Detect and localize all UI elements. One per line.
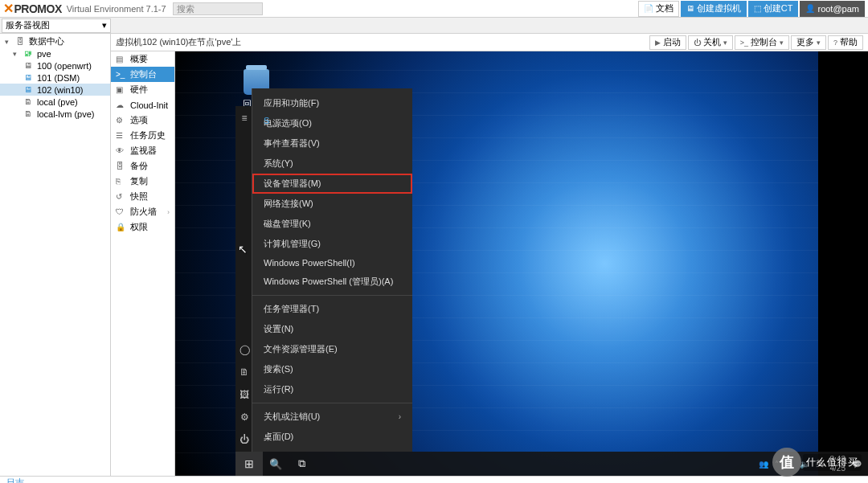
search-input[interactable]: 搜索 <box>173 2 263 15</box>
collapse-icon: ▾ <box>13 50 21 58</box>
content-header: 虚拟机102 (win10)在节点'pve'上 ▶启动 ⏻关机▾ >_控制台▾ … <box>111 34 868 51</box>
play-icon: ▶ <box>655 39 661 47</box>
ctx-powershell[interactable]: Windows PowerShell(I) <box>252 254 412 272</box>
sm-hardware[interactable]: ▣硬件 <box>111 82 174 97</box>
watermark-text: 什么值得买 <box>803 454 862 471</box>
help-icon: ? <box>833 39 837 47</box>
history-icon: ↺ <box>116 192 125 201</box>
ctx-desktop[interactable]: 桌面(D) <box>252 427 412 447</box>
ctx-explorer[interactable]: 文件资源管理器(E) <box>252 339 412 359</box>
server-icon: 🗄 <box>16 37 26 46</box>
user-icon[interactable]: ◯ <box>240 344 250 355</box>
watermark-badge: 值 <box>772 448 801 477</box>
ctx-device-manager[interactable]: 设备管理器(M) <box>252 174 412 194</box>
chevron-down-icon: ▾ <box>723 39 727 47</box>
tree-node-pve[interactable]: ▾🖳pve <box>0 47 110 59</box>
sm-summary[interactable]: ▤概要 <box>111 51 174 67</box>
documents-icon[interactable]: 🗎 <box>240 366 249 378</box>
ctx-disk[interactable]: 磁盘管理(K) <box>252 214 412 234</box>
sm-options[interactable]: ⚙选项 <box>111 113 174 128</box>
chevron-right-icon: › <box>399 412 401 421</box>
docs-button[interactable]: 📄文档 <box>638 1 679 17</box>
shutdown-button[interactable]: ⏻关机▾ <box>688 35 733 50</box>
sm-monitor[interactable]: 👁监视器 <box>111 143 174 158</box>
cloud-icon: ☁ <box>116 100 125 109</box>
create-vm-button[interactable]: 🖥创建虚拟机 <box>681 1 747 17</box>
tree-datacenter[interactable]: ▾🗄数据中心 <box>0 35 110 47</box>
tree-vm-102[interactable]: 🖥102 (win10) <box>0 84 110 96</box>
resource-tree: ▾🗄数据中心 ▾🖳pve 🖥100 (openwrt) 🖥101 (DSM) 🖥… <box>0 34 111 476</box>
ctx-apps[interactable]: 应用和功能(F) <box>252 93 412 113</box>
start-menu-letter: S <box>264 116 269 125</box>
start-button[interactable]: ▶启动 <box>649 35 686 50</box>
copy-icon: ⎘ <box>116 177 125 186</box>
vm-title: 虚拟机102 (win10)在节点'pve'上 <box>116 36 241 48</box>
settings-icon[interactable]: ⚙ <box>240 411 249 423</box>
list-icon: ☰ <box>116 131 125 140</box>
node-icon: 🖳 <box>24 49 34 58</box>
ctx-power[interactable]: 电源选项(O) <box>252 113 412 133</box>
view-row: 服务器视图▾ <box>0 18 868 34</box>
ve-version-label: Virtual Environment 7.1-7 <box>67 4 166 14</box>
menu-icon[interactable]: ≡ <box>241 113 247 124</box>
taskbar-taskview-icon[interactable]: ⧉ <box>289 452 314 476</box>
ctx-taskmgr[interactable]: 任务管理器(T) <box>252 299 412 319</box>
vm-submenu: ▤概要 >_控制台 ▣硬件 ☁Cloud-Init ⚙选项 ☰任务历史 👁监视器… <box>111 51 175 476</box>
chevron-right-icon: › <box>167 208 170 216</box>
terminal-icon: >_ <box>116 70 125 79</box>
sm-firewall[interactable]: 🛡防火墙› <box>111 204 174 219</box>
shield-icon: 🛡 <box>116 207 125 216</box>
more-button[interactable]: 更多▾ <box>791 35 826 50</box>
tree-vm-101[interactable]: 🖥101 (DSM) <box>0 72 110 84</box>
tray-people-icon[interactable]: 👥 <box>759 460 768 469</box>
tree-vm-100[interactable]: 🖥100 (openwrt) <box>0 59 110 72</box>
console-button[interactable]: >_控制台▾ <box>735 35 789 50</box>
pictures-icon[interactable]: 🖼 <box>240 389 249 400</box>
main-area: ▾🗄数据中心 ▾🖳pve 🖥100 (openwrt) 🖥101 (DSM) 🖥… <box>0 34 868 476</box>
terminal-icon: >_ <box>740 39 748 47</box>
taskbar-search-icon[interactable]: 🔍 <box>263 452 289 476</box>
create-ct-button[interactable]: ⬚创建CT <box>748 1 799 17</box>
sm-cloudinit[interactable]: ☁Cloud-Init <box>111 97 174 113</box>
start-button[interactable]: ⊞ <box>235 452 263 476</box>
summary-icon: ▤ <box>116 55 125 63</box>
lock-icon: 🔒 <box>116 223 125 231</box>
chevron-down-icon: ▾ <box>780 39 784 47</box>
sm-console[interactable]: >_控制台 <box>111 67 174 82</box>
chip-icon: ▣ <box>116 85 125 94</box>
sm-snapshot[interactable]: ↺快照 <box>111 189 174 204</box>
ctx-run[interactable]: 运行(R) <box>252 379 412 399</box>
ctx-network[interactable]: 网络连接(W) <box>252 194 412 214</box>
ctx-search[interactable]: 搜索(S) <box>252 359 412 379</box>
sm-taskhistory[interactable]: ☰任务历史 <box>111 128 174 143</box>
ctx-events[interactable]: 事件查看器(V) <box>252 133 412 153</box>
save-icon: 🗄 <box>116 162 125 170</box>
storage-icon: 🗎 <box>24 97 34 106</box>
ctx-compmgmt[interactable]: 计算机管理(G) <box>252 234 412 254</box>
sm-replication[interactable]: ⎘复制 <box>111 174 174 189</box>
vm-icon: 🖥 <box>24 61 34 70</box>
collapse-icon: ▾ <box>5 38 13 46</box>
top-header: ✕ PROMOX Virtual Environment 7.1-7 搜索 📄文… <box>0 0 868 18</box>
user-menu-button[interactable]: 👤root@pam <box>800 1 865 17</box>
cube-icon: ⬚ <box>754 4 761 13</box>
help-button[interactable]: ?帮助 <box>828 35 863 50</box>
logo-x-icon: ✕ <box>3 1 14 16</box>
sm-backup[interactable]: 🗄备份 <box>111 158 174 174</box>
ctx-powershell-admin[interactable]: Windows PowerShell (管理员)(A) <box>252 272 412 292</box>
sm-permissions[interactable]: 🔒权限 <box>111 219 174 235</box>
chevron-down-icon: ▾ <box>102 20 107 31</box>
tree-storage-localvm[interactable]: 🗎local-lvm (pve) <box>0 108 110 120</box>
vm-console[interactable]: 回收站 S ≡ ◯ 🗎 🖼 ⚙ ⏻ <box>175 51 868 476</box>
ctx-separator <box>252 403 412 403</box>
tree-storage-local[interactable]: 🗎local (pve) <box>0 96 110 108</box>
logo: ✕ PROMOX <box>3 1 62 16</box>
gear-icon: ⚙ <box>116 116 125 125</box>
power-icon[interactable]: ⏻ <box>240 434 249 445</box>
ctx-system[interactable]: 系统(Y) <box>252 153 412 174</box>
log-bar[interactable]: 日志 <box>0 476 868 483</box>
console-margin-right <box>818 51 868 476</box>
ctx-settings[interactable]: 设置(N) <box>252 319 412 339</box>
view-selector[interactable]: 服务器视图▾ <box>2 18 111 33</box>
ctx-shutdown[interactable]: 关机或注销(U)› <box>252 407 412 427</box>
